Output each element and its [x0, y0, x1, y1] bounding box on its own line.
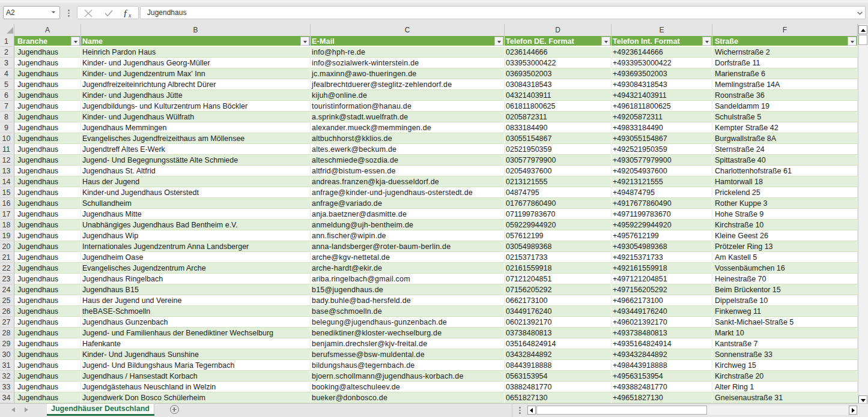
svg-text:x: x: [128, 12, 132, 17]
svg-text:f: f: [124, 9, 128, 17]
